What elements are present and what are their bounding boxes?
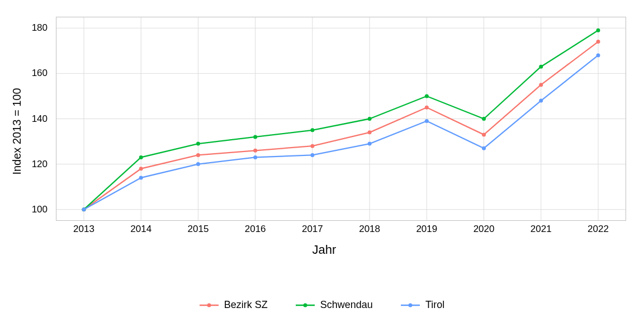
series-point	[539, 65, 543, 69]
legend-item: Bezirk SZ	[200, 299, 268, 311]
x-axis-ticks: 2013201420152016201720182019202020212022	[56, 224, 626, 238]
y-tick-label: 160	[17, 68, 48, 79]
x-tick-label: 2015	[188, 224, 209, 235]
series-point	[482, 146, 486, 150]
series-point	[425, 119, 429, 123]
y-tick-label: 120	[17, 159, 48, 170]
x-tick-label: 2018	[359, 224, 380, 235]
series-point	[596, 40, 600, 44]
legend-item: Tirol	[401, 299, 444, 311]
series-line	[84, 55, 598, 210]
series-point	[310, 153, 314, 157]
x-tick-label: 2019	[416, 224, 437, 235]
legend-label: Schwendau	[320, 299, 373, 311]
series-point	[539, 83, 543, 87]
svg-point-19	[303, 303, 307, 307]
series-point	[310, 128, 314, 132]
series-point	[425, 106, 429, 110]
legend-item: Schwendau	[296, 299, 373, 311]
series-point	[139, 155, 143, 159]
x-tick-label: 2017	[302, 224, 323, 235]
legend: Bezirk SZSchwendauTirol	[0, 299, 644, 311]
legend-label: Tirol	[425, 299, 444, 311]
series-point	[368, 130, 372, 134]
legend-swatch	[200, 301, 219, 309]
svg-point-17	[207, 303, 211, 307]
series-point	[368, 142, 372, 146]
x-axis-title: Jahr	[312, 243, 337, 257]
series-point	[482, 132, 486, 136]
series-point	[139, 176, 143, 179]
series-point	[82, 207, 86, 211]
series-point	[368, 117, 372, 121]
series-line	[84, 42, 598, 210]
series-point	[425, 94, 429, 98]
series-point	[139, 167, 143, 171]
y-tick-label: 140	[17, 113, 48, 125]
series-point	[596, 29, 600, 32]
series-point	[596, 53, 600, 57]
x-tick-label: 2022	[588, 224, 609, 235]
legend-swatch	[401, 301, 420, 309]
plot-area	[56, 17, 626, 221]
chart-container: Index 2013 = 100 100120140160180 2013201…	[0, 0, 644, 322]
x-tick-label: 2014	[130, 224, 151, 235]
y-tick-label: 180	[17, 22, 48, 34]
svg-point-21	[408, 303, 412, 307]
series-point	[196, 153, 200, 157]
series-point	[253, 155, 257, 159]
series-point	[310, 144, 314, 148]
series-point	[196, 162, 200, 166]
series-point	[539, 99, 543, 103]
chart-shell: Index 2013 = 100 100120140160180 2013201…	[17, 11, 632, 252]
legend-swatch	[296, 301, 315, 309]
y-axis-ticks: 100120140160180	[17, 17, 53, 221]
series-point	[482, 117, 486, 121]
x-tick-label: 2020	[473, 224, 495, 235]
series-point	[253, 149, 257, 153]
series-point	[196, 142, 200, 146]
legend-label: Bezirk SZ	[224, 299, 268, 311]
series-line	[84, 30, 598, 209]
x-tick-label: 2016	[245, 224, 266, 235]
x-tick-label: 2013	[73, 224, 94, 235]
y-tick-label: 100	[17, 204, 48, 215]
x-tick-label: 2021	[531, 224, 552, 235]
series-point	[253, 135, 257, 139]
